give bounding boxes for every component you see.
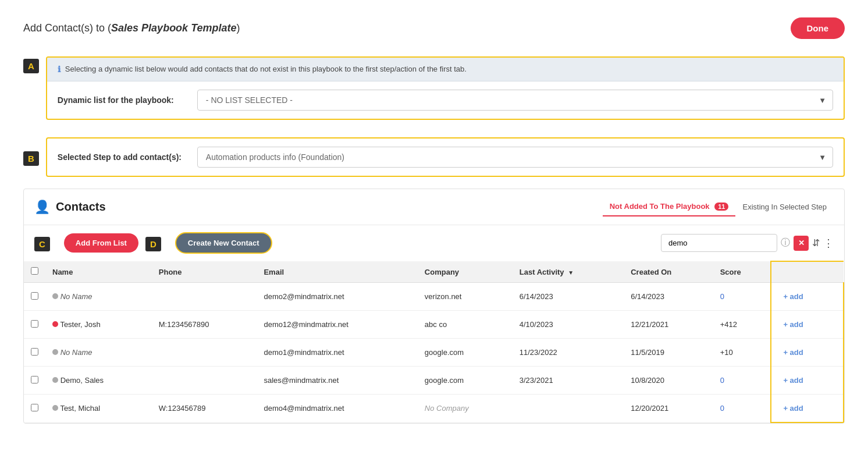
row-add-cell: + add bbox=[771, 283, 844, 311]
contacts-tabs: Not Added To The Playbook 11 Existing In… bbox=[603, 197, 834, 216]
row-checkbox[interactable] bbox=[31, 292, 38, 300]
done-button[interactable]: Done bbox=[791, 17, 845, 39]
status-dot-gray bbox=[52, 405, 58, 411]
row-created-on-cell: 12/21/2021 bbox=[624, 311, 713, 339]
contact-name: Demo, Sales bbox=[61, 376, 104, 385]
col-company: Company bbox=[418, 261, 513, 283]
section-b-box: Selected Step to add contact(s): Automat… bbox=[46, 137, 845, 177]
label-badge-d: D bbox=[145, 237, 161, 251]
col-email: Email bbox=[257, 261, 417, 283]
search-input[interactable] bbox=[661, 234, 777, 252]
row-checkbox-cell bbox=[24, 339, 45, 367]
col-score: Score bbox=[713, 261, 771, 283]
search-clear-button[interactable]: ✕ bbox=[794, 236, 809, 251]
row-company-cell: verizon.net bbox=[418, 283, 513, 311]
step-label: Selected Step to add contact(s): bbox=[58, 152, 197, 162]
dynamic-list-select-wrapper: - NO LIST SELECTED - ▼ bbox=[197, 90, 833, 111]
row-add-cell: + add bbox=[771, 339, 844, 367]
row-add-cell: + add bbox=[771, 311, 844, 339]
col-created-on: Created On bbox=[624, 261, 713, 283]
page-title: Add Contact(s) to (Sales Playbook Templa… bbox=[23, 22, 240, 34]
row-last-activity-cell bbox=[513, 395, 624, 423]
row-email-cell: demo2@mindmatrix.net bbox=[257, 283, 417, 311]
dynamic-list-row: Dynamic list for the playbook: - NO LIST… bbox=[47, 81, 844, 119]
tab-not-added-badge: 11 bbox=[714, 203, 728, 211]
search-area: ⓘ ✕ ⇵ ⋮ bbox=[661, 234, 834, 252]
table-row: Tester, Josh M:1234567890 demo12@mindmat… bbox=[24, 311, 844, 339]
row-checkbox-cell bbox=[24, 283, 45, 311]
tab-not-added[interactable]: Not Added To The Playbook 11 bbox=[603, 197, 736, 216]
contact-name: Test, Michal bbox=[60, 404, 100, 413]
step-select[interactable]: Automation products info (Foundation) bbox=[197, 147, 833, 168]
row-checkbox[interactable] bbox=[31, 404, 38, 411]
contacts-section: 👤 Contacts Not Added To The Playbook 11 … bbox=[23, 189, 845, 424]
row-name-cell: Test, Michal bbox=[45, 395, 152, 423]
tab-existing[interactable]: Existing In Selected Step bbox=[735, 198, 834, 216]
label-badge-a: A bbox=[23, 59, 39, 73]
info-banner: ℹ Selecting a dynamic list below would a… bbox=[47, 58, 844, 81]
row-phone-cell bbox=[152, 367, 257, 395]
row-last-activity-cell: 3/23/2021 bbox=[513, 367, 624, 395]
row-company-cell: google.com bbox=[418, 339, 513, 367]
contacts-header: 👤 Contacts Not Added To The Playbook 11 … bbox=[24, 189, 844, 225]
label-badge-b: B bbox=[23, 151, 39, 166]
status-dot-red bbox=[52, 321, 58, 327]
row-name-cell: No Name bbox=[45, 283, 152, 311]
add-contact-button[interactable]: + add bbox=[778, 290, 807, 303]
create-new-contact-button[interactable]: Create New Contact bbox=[175, 232, 272, 254]
table-row: No Name demo1@mindmatrix.net google.com … bbox=[24, 339, 844, 367]
sort-icon-button[interactable]: ⇵ bbox=[812, 237, 820, 248]
contact-name: No Name bbox=[61, 292, 93, 301]
section-a-box: ℹ Selecting a dynamic list below would a… bbox=[46, 56, 845, 120]
tab-not-added-label: Not Added To The Playbook bbox=[610, 202, 710, 211]
row-last-activity-cell: 11/23/2022 bbox=[513, 339, 624, 367]
row-add-cell: + add bbox=[771, 367, 844, 395]
row-phone-cell: W:123456789 bbox=[152, 395, 257, 423]
row-add-cell: + add bbox=[771, 395, 844, 423]
row-name-cell: Demo, Sales bbox=[45, 367, 152, 395]
status-dot-gray bbox=[52, 349, 58, 355]
col-last-activity: Last Activity ▼ bbox=[513, 261, 624, 283]
search-info-icon[interactable]: ⓘ bbox=[781, 237, 790, 249]
row-created-on-cell: 12/20/2021 bbox=[624, 395, 713, 423]
row-checkbox[interactable] bbox=[31, 348, 38, 356]
section-a-wrapper: A ℹ Selecting a dynamic list below would… bbox=[23, 56, 845, 120]
add-contact-button[interactable]: + add bbox=[778, 402, 807, 415]
row-email-cell: demo1@mindmatrix.net bbox=[257, 339, 417, 367]
status-dot-gray bbox=[52, 377, 58, 383]
add-from-list-button[interactable]: Add From List bbox=[64, 233, 138, 253]
label-badge-c: C bbox=[34, 237, 50, 251]
row-email-cell: demo12@mindmatrix.net bbox=[257, 311, 417, 339]
row-score-cell: +412 bbox=[713, 311, 771, 339]
dynamic-list-select[interactable]: - NO LIST SELECTED - bbox=[197, 90, 833, 111]
status-dot-gray bbox=[52, 293, 58, 299]
row-checkbox[interactable] bbox=[31, 320, 38, 328]
info-icon: ℹ bbox=[58, 65, 61, 74]
tab-existing-label: Existing In Selected Step bbox=[742, 203, 827, 211]
more-options-button[interactable]: ⋮ bbox=[823, 237, 834, 250]
row-last-activity-cell: 6/14/2023 bbox=[513, 283, 624, 311]
last-activity-sort-icon: ▼ bbox=[568, 269, 574, 276]
row-score-cell: 0 bbox=[713, 283, 771, 311]
select-all-checkbox[interactable] bbox=[31, 267, 38, 275]
add-contact-button[interactable]: + add bbox=[778, 374, 807, 387]
row-name-cell: No Name bbox=[45, 339, 152, 367]
col-phone: Phone bbox=[152, 261, 257, 283]
row-created-on-cell: 11/5/2019 bbox=[624, 339, 713, 367]
row-phone-cell bbox=[152, 283, 257, 311]
add-contact-button[interactable]: + add bbox=[778, 318, 807, 331]
dynamic-list-label: Dynamic list for the playbook: bbox=[58, 95, 197, 105]
contact-name: No Name bbox=[61, 348, 93, 357]
row-company-cell: google.com bbox=[418, 367, 513, 395]
info-text: Selecting a dynamic list below would add… bbox=[65, 65, 467, 73]
row-checkbox[interactable] bbox=[31, 376, 38, 383]
table-row: No Name demo2@mindmatrix.net verizon.net… bbox=[24, 283, 844, 311]
col-add-header: E bbox=[771, 261, 844, 283]
row-checkbox-cell bbox=[24, 395, 45, 423]
add-contact-button[interactable]: + add bbox=[778, 346, 807, 359]
step-select-wrapper: Automation products info (Foundation) ▼ bbox=[197, 147, 833, 168]
row-email-cell: demo4@mindmatrix.net bbox=[257, 395, 417, 423]
row-checkbox-cell bbox=[24, 311, 45, 339]
section-b-wrapper: B Selected Step to add contact(s): Autom… bbox=[23, 137, 845, 177]
col-checkbox bbox=[24, 261, 45, 283]
